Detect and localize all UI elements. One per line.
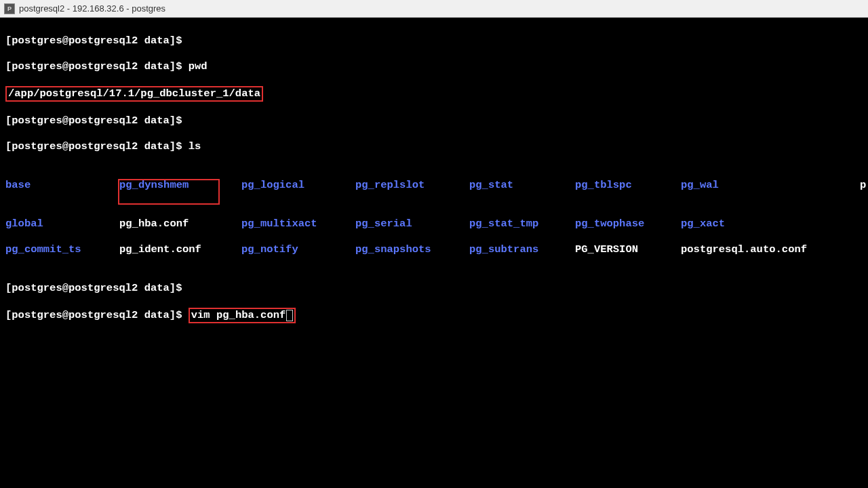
window-title: postgresql2 - 192.168.32.6 - postgres xyxy=(19,3,165,14)
prompt-line-vim: [postgres@postgresql2 data]$ vim pg_hba.… xyxy=(5,308,863,323)
ls-entry: PG_VERSION xyxy=(575,243,681,256)
cmd-ls: ls xyxy=(189,140,201,152)
ls-entry: pg_wal xyxy=(681,179,860,192)
ls-entry-pg-hba: pg_hba.conf xyxy=(119,218,241,230)
cursor-icon xyxy=(286,310,293,321)
ls-entry: pg_replslot xyxy=(355,179,469,192)
ls-entry-partial: p xyxy=(860,179,866,191)
ls-entry: postgresql.auto.conf xyxy=(681,243,860,256)
ls-entry: pg_multixact xyxy=(241,218,355,230)
ls-entry: global xyxy=(5,218,119,230)
ls-entry: pg_stat xyxy=(469,179,575,192)
prompt-line-empty: [postgres@postgresql2 data]$ xyxy=(5,35,863,47)
prompt-line-empty-2: [postgres@postgresql2 data]$ xyxy=(5,115,863,127)
ls-entry: pg_tblspc xyxy=(575,179,681,192)
ls-entry: pg_notify xyxy=(241,243,355,256)
ls-entry: pg_twophase xyxy=(575,218,681,230)
ls-row-3: pg_commit_tspg_ident.confpg_notifypg_sna… xyxy=(5,243,863,256)
ls-entry: pg_serial xyxy=(355,218,469,230)
ls-entry: pg_stat_tmp xyxy=(469,218,575,230)
prompt-line-ls: [postgres@postgresql2 data]$ ls xyxy=(5,140,863,153)
prompt-line-empty-3: [postgres@postgresql2 data]$ xyxy=(5,282,863,295)
ls-entry: pg_dynshmem xyxy=(119,179,241,192)
ls-row-2: globalpg_hba.confpg_multixactpg_serialpg… xyxy=(5,218,863,230)
vim-command-highlight: vim pg_hba.conf xyxy=(189,308,296,323)
ls-entry: pg_ident.conf xyxy=(119,243,241,256)
ls-entry: pg_snapshots xyxy=(355,243,469,256)
ls-entry: pg_commit_ts xyxy=(5,243,119,256)
ls-entry: base xyxy=(5,179,119,192)
ls-entry: pg_subtrans xyxy=(469,243,575,256)
terminal[interactable]: [postgres@postgresql2 data]$ [postgres@p… xyxy=(0,18,868,488)
ls-entry: pg_xact xyxy=(681,218,860,230)
app-icon: P xyxy=(4,3,15,14)
pwd-output: /app/postgresql/17.1/pg_dbcluster_1/data xyxy=(8,87,260,100)
ls-row-1: basepg_dynshmempg_logicalpg_replslotpg_s… xyxy=(5,179,863,205)
pwd-output-line: /app/postgresql/17.1/pg_dbcluster_1/data xyxy=(5,86,863,102)
pwd-output-highlight: /app/postgresql/17.1/pg_dbcluster_1/data xyxy=(5,86,263,102)
window-title-bar: P postgresql2 - 192.168.32.6 - postgres xyxy=(0,0,868,18)
prompt-line-pwd: [postgres@postgresql2 data]$ pwd xyxy=(5,60,863,73)
cmd-vim: vim pg_hba.conf xyxy=(191,309,286,321)
cmd-pwd: pwd xyxy=(189,60,208,73)
ls-entry: pg_logical xyxy=(241,179,355,192)
